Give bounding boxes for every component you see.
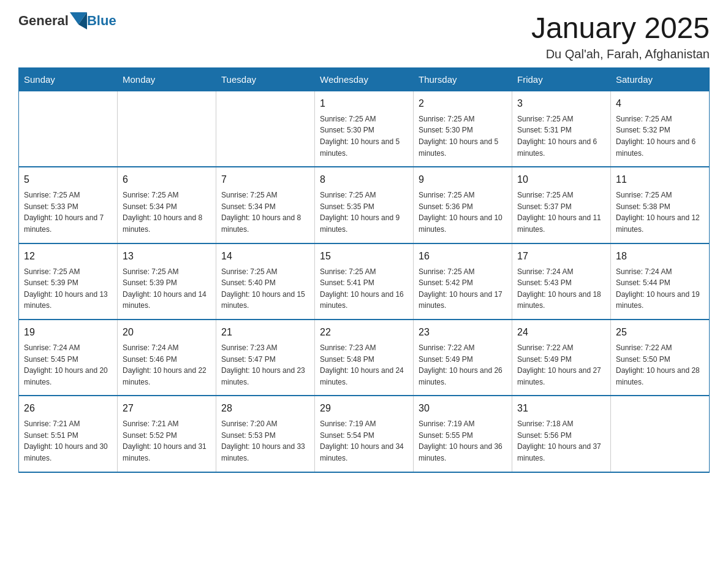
day-info: Sunrise: 7:25 AM Sunset: 5:38 PM Dayligh… — [616, 190, 704, 235]
day-number: 15 — [320, 249, 408, 264]
day-info: Sunrise: 7:25 AM Sunset: 5:31 PM Dayligh… — [517, 113, 605, 159]
day-number: 9 — [419, 172, 507, 187]
weekday-header-friday: Friday — [512, 67, 611, 91]
day-number: 20 — [123, 325, 211, 340]
calendar-cell: 6Sunrise: 7:25 AM Sunset: 5:34 PM Daylig… — [118, 167, 216, 243]
day-number: 22 — [320, 325, 408, 340]
day-number: 2 — [419, 96, 507, 111]
page-header: General Blue January 2025 Du Qal'ah, Far… — [18, 12, 710, 61]
calendar-week-row: 26Sunrise: 7:21 AM Sunset: 5:51 PM Dayli… — [19, 396, 710, 472]
day-info: Sunrise: 7:21 AM Sunset: 5:51 PM Dayligh… — [24, 418, 112, 464]
day-info: Sunrise: 7:24 AM Sunset: 5:44 PM Dayligh… — [616, 266, 704, 312]
day-info: Sunrise: 7:22 AM Sunset: 5:49 PM Dayligh… — [419, 342, 507, 388]
calendar-cell: 12Sunrise: 7:25 AM Sunset: 5:39 PM Dayli… — [19, 243, 118, 320]
logo: General Blue — [18, 12, 116, 29]
calendar-cell: 11Sunrise: 7:25 AM Sunset: 5:38 PM Dayli… — [611, 167, 710, 243]
calendar-cell: 24Sunrise: 7:22 AM Sunset: 5:49 PM Dayli… — [512, 320, 611, 396]
day-info: Sunrise: 7:25 AM Sunset: 5:34 PM Dayligh… — [221, 190, 309, 235]
day-number: 24 — [517, 325, 605, 340]
calendar-header: SundayMondayTuesdayWednesdayThursdayFrid… — [19, 67, 710, 91]
calendar-cell: 13Sunrise: 7:25 AM Sunset: 5:39 PM Dayli… — [118, 243, 216, 320]
day-number: 31 — [517, 401, 605, 416]
calendar-week-row: 12Sunrise: 7:25 AM Sunset: 5:39 PM Dayli… — [19, 243, 710, 320]
calendar-cell: 3Sunrise: 7:25 AM Sunset: 5:31 PM Daylig… — [512, 91, 611, 167]
day-number: 4 — [616, 96, 704, 111]
day-number: 10 — [517, 172, 605, 187]
day-number: 8 — [320, 172, 408, 187]
day-number: 1 — [320, 96, 408, 111]
day-info: Sunrise: 7:19 AM Sunset: 5:55 PM Dayligh… — [419, 418, 507, 464]
calendar-cell: 19Sunrise: 7:24 AM Sunset: 5:45 PM Dayli… — [19, 320, 118, 396]
calendar-cell: 2Sunrise: 7:25 AM Sunset: 5:30 PM Daylig… — [414, 91, 512, 167]
day-number: 30 — [419, 401, 507, 416]
day-info: Sunrise: 7:25 AM Sunset: 5:35 PM Dayligh… — [320, 190, 408, 235]
day-info: Sunrise: 7:22 AM Sunset: 5:50 PM Dayligh… — [616, 342, 704, 388]
day-info: Sunrise: 7:22 AM Sunset: 5:49 PM Dayligh… — [517, 342, 605, 388]
day-info: Sunrise: 7:25 AM Sunset: 5:39 PM Dayligh… — [24, 266, 112, 312]
calendar-cell: 28Sunrise: 7:20 AM Sunset: 5:53 PM Dayli… — [216, 396, 315, 472]
calendar-cell: 26Sunrise: 7:21 AM Sunset: 5:51 PM Dayli… — [19, 396, 118, 472]
calendar-cell: 9Sunrise: 7:25 AM Sunset: 5:36 PM Daylig… — [414, 167, 512, 243]
calendar-cell: 23Sunrise: 7:22 AM Sunset: 5:49 PM Dayli… — [414, 320, 512, 396]
calendar-week-row: 19Sunrise: 7:24 AM Sunset: 5:45 PM Dayli… — [19, 320, 710, 396]
day-number: 18 — [616, 249, 704, 264]
calendar-cell: 21Sunrise: 7:23 AM Sunset: 5:47 PM Dayli… — [216, 320, 315, 396]
calendar-body: 1Sunrise: 7:25 AM Sunset: 5:30 PM Daylig… — [19, 91, 710, 472]
day-info: Sunrise: 7:18 AM Sunset: 5:56 PM Dayligh… — [517, 418, 605, 464]
day-info: Sunrise: 7:25 AM Sunset: 5:30 PM Dayligh… — [419, 113, 507, 159]
day-number: 19 — [24, 325, 112, 340]
calendar-table: SundayMondayTuesdayWednesdayThursdayFrid… — [18, 67, 710, 473]
day-info: Sunrise: 7:25 AM Sunset: 5:34 PM Dayligh… — [123, 190, 211, 235]
day-info: Sunrise: 7:24 AM Sunset: 5:46 PM Dayligh… — [123, 342, 211, 388]
calendar-cell: 22Sunrise: 7:23 AM Sunset: 5:48 PM Dayli… — [315, 320, 414, 396]
calendar-cell: 1Sunrise: 7:25 AM Sunset: 5:30 PM Daylig… — [315, 91, 414, 167]
calendar-cell: 8Sunrise: 7:25 AM Sunset: 5:35 PM Daylig… — [315, 167, 414, 243]
calendar-cell — [216, 91, 315, 167]
weekday-header-thursday: Thursday — [414, 67, 512, 91]
day-number: 29 — [320, 401, 408, 416]
day-number: 17 — [517, 249, 605, 264]
title-block: January 2025 Du Qal'ah, Farah, Afghanist… — [531, 12, 710, 61]
calendar-cell: 20Sunrise: 7:24 AM Sunset: 5:46 PM Dayli… — [118, 320, 216, 396]
day-number: 6 — [123, 172, 211, 187]
day-info: Sunrise: 7:25 AM Sunset: 5:42 PM Dayligh… — [419, 266, 507, 312]
day-number: 21 — [221, 325, 309, 340]
weekday-header-sunday: Sunday — [19, 67, 118, 91]
day-number: 11 — [616, 172, 704, 187]
calendar-cell: 16Sunrise: 7:25 AM Sunset: 5:42 PM Dayli… — [414, 243, 512, 320]
day-info: Sunrise: 7:25 AM Sunset: 5:33 PM Dayligh… — [24, 190, 112, 235]
weekday-header-row: SundayMondayTuesdayWednesdayThursdayFrid… — [19, 67, 710, 91]
calendar-week-row: 1Sunrise: 7:25 AM Sunset: 5:30 PM Daylig… — [19, 91, 710, 167]
day-info: Sunrise: 7:23 AM Sunset: 5:48 PM Dayligh… — [320, 342, 408, 388]
day-info: Sunrise: 7:25 AM Sunset: 5:30 PM Dayligh… — [320, 113, 408, 159]
day-number: 26 — [24, 401, 112, 416]
calendar-cell: 18Sunrise: 7:24 AM Sunset: 5:44 PM Dayli… — [611, 243, 710, 320]
logo-general-text: General — [18, 13, 69, 29]
day-number: 12 — [24, 249, 112, 264]
day-info: Sunrise: 7:25 AM Sunset: 5:36 PM Dayligh… — [419, 190, 507, 235]
calendar-subtitle: Du Qal'ah, Farah, Afghanistan — [531, 47, 710, 61]
day-info: Sunrise: 7:19 AM Sunset: 5:54 PM Dayligh… — [320, 418, 408, 464]
day-info: Sunrise: 7:25 AM Sunset: 5:37 PM Dayligh… — [517, 190, 605, 235]
day-info: Sunrise: 7:20 AM Sunset: 5:53 PM Dayligh… — [221, 418, 309, 464]
day-number: 7 — [221, 172, 309, 187]
weekday-header-saturday: Saturday — [611, 67, 710, 91]
calendar-cell: 27Sunrise: 7:21 AM Sunset: 5:52 PM Dayli… — [118, 396, 216, 472]
calendar-cell: 7Sunrise: 7:25 AM Sunset: 5:34 PM Daylig… — [216, 167, 315, 243]
calendar-cell — [118, 91, 216, 167]
day-info: Sunrise: 7:25 AM Sunset: 5:32 PM Dayligh… — [616, 113, 704, 159]
day-number: 27 — [123, 401, 211, 416]
logo-blue-text: Blue — [87, 14, 116, 28]
calendar-cell: 5Sunrise: 7:25 AM Sunset: 5:33 PM Daylig… — [19, 167, 118, 243]
day-number: 23 — [419, 325, 507, 340]
logo-icon — [70, 12, 87, 29]
day-info: Sunrise: 7:25 AM Sunset: 5:39 PM Dayligh… — [123, 266, 211, 312]
calendar-cell — [611, 396, 710, 472]
calendar-title: January 2025 — [531, 12, 710, 45]
day-number: 28 — [221, 401, 309, 416]
day-info: Sunrise: 7:24 AM Sunset: 5:43 PM Dayligh… — [517, 266, 605, 312]
weekday-header-wednesday: Wednesday — [315, 67, 414, 91]
calendar-cell: 14Sunrise: 7:25 AM Sunset: 5:40 PM Dayli… — [216, 243, 315, 320]
calendar-week-row: 5Sunrise: 7:25 AM Sunset: 5:33 PM Daylig… — [19, 167, 710, 243]
calendar-cell: 30Sunrise: 7:19 AM Sunset: 5:55 PM Dayli… — [414, 396, 512, 472]
